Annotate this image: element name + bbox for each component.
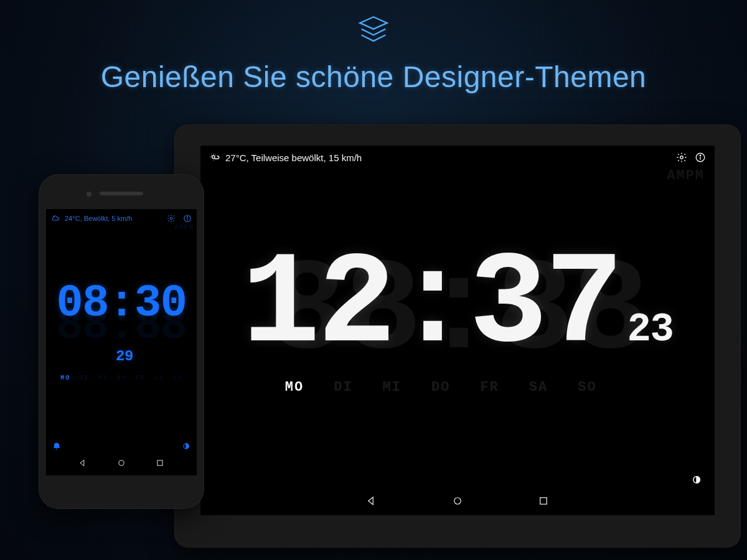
tablet-seconds: 23 bbox=[627, 310, 673, 350]
svg-point-1 bbox=[680, 156, 684, 159]
nav-recent-icon[interactable] bbox=[538, 495, 549, 509]
nav-recent-icon[interactable] bbox=[156, 459, 164, 470]
phone-time-main: 08:30 bbox=[57, 278, 187, 329]
svg-point-0 bbox=[212, 156, 215, 159]
phone-device: 24°C, Bewölkt, 5 km/h bbox=[39, 174, 204, 509]
phone-statusbar: 24°C, Bewölkt, 5 km/h bbox=[46, 209, 197, 224]
tablet-statusbar: 27°C, Teilweise bewölkt, 15 km/h bbox=[200, 146, 715, 166]
day-fr: FR bbox=[135, 375, 145, 381]
nav-home-icon[interactable] bbox=[452, 495, 463, 509]
tablet-time: 12:3723 bbox=[218, 240, 697, 371]
nav-back-icon[interactable] bbox=[366, 495, 377, 509]
tablet-weather-text: 27°C, Teilweise bewölkt, 15 km/h bbox=[225, 152, 362, 163]
phone-days: MO DI MI DO FR SA SO bbox=[52, 375, 190, 381]
phone-screen: 24°C, Bewölkt, 5 km/h bbox=[46, 209, 197, 475]
tablet-clock[interactable]: 88:88 AMPM 12:3723 MO DI MI DO FR SA SO bbox=[200, 166, 715, 469]
nav-home-icon[interactable] bbox=[117, 459, 126, 470]
day-mi: MI bbox=[98, 375, 108, 381]
day-mo: MO bbox=[60, 375, 70, 381]
brightness-icon[interactable] bbox=[691, 474, 702, 485]
nav-back-icon[interactable] bbox=[78, 459, 87, 470]
day-di: DI bbox=[334, 380, 352, 395]
svg-point-13 bbox=[119, 460, 124, 465]
svg-point-8 bbox=[170, 217, 172, 220]
brightness-icon[interactable] bbox=[182, 442, 190, 450]
info-icon[interactable] bbox=[183, 214, 192, 223]
tablet-time-main: 12:37 bbox=[242, 231, 621, 380]
svg-point-4 bbox=[700, 155, 701, 156]
hero-headline: Genießen Sie schöne Designer-Themen bbox=[0, 60, 747, 94]
phone-android-nav bbox=[46, 453, 197, 475]
layers-icon bbox=[354, 11, 393, 50]
weather-icon bbox=[209, 152, 220, 163]
tablet-android-nav bbox=[200, 489, 715, 515]
tablet-bottombar bbox=[200, 469, 715, 489]
day-sa: SA bbox=[154, 375, 164, 381]
cloud-icon bbox=[51, 214, 60, 223]
day-di: DI bbox=[79, 375, 89, 381]
phone-weather-text: 24°C, Bewölkt, 5 km/h bbox=[65, 215, 132, 222]
phone-bottombar bbox=[46, 438, 197, 453]
svg-point-11 bbox=[187, 217, 187, 217]
day-so: SO bbox=[578, 380, 596, 395]
settings-icon[interactable] bbox=[676, 152, 687, 163]
tablet-days: MO DI MI DO FR SA SO bbox=[218, 380, 697, 395]
day-so: SO bbox=[172, 375, 182, 381]
svg-rect-14 bbox=[157, 460, 162, 465]
settings-icon[interactable] bbox=[167, 214, 176, 223]
day-sa: SA bbox=[529, 380, 548, 395]
phone-time: 08:3029 bbox=[52, 281, 190, 371]
day-do: DO bbox=[431, 380, 450, 395]
alarm-icon[interactable] bbox=[52, 442, 61, 450]
phone-seconds: 29 bbox=[116, 349, 133, 364]
tablet-device: 27°C, Teilweise bewölkt, 15 km/h bbox=[174, 124, 741, 548]
info-icon[interactable] bbox=[695, 152, 706, 163]
tablet-screen: 27°C, Teilweise bewölkt, 15 km/h bbox=[200, 146, 715, 515]
day-do: DO bbox=[116, 375, 126, 381]
ampm-label: AMPM bbox=[667, 168, 705, 184]
day-mi: MI bbox=[383, 380, 402, 395]
day-mo: MO bbox=[285, 380, 304, 395]
day-fr: FR bbox=[480, 380, 499, 395]
phone-clock[interactable]: 88:88 AMPM 08:3029 MO DI MI DO FR SA SO bbox=[46, 224, 197, 438]
ampm-label: AMPM bbox=[174, 224, 194, 231]
svg-point-6 bbox=[454, 498, 461, 505]
svg-rect-7 bbox=[540, 498, 547, 505]
